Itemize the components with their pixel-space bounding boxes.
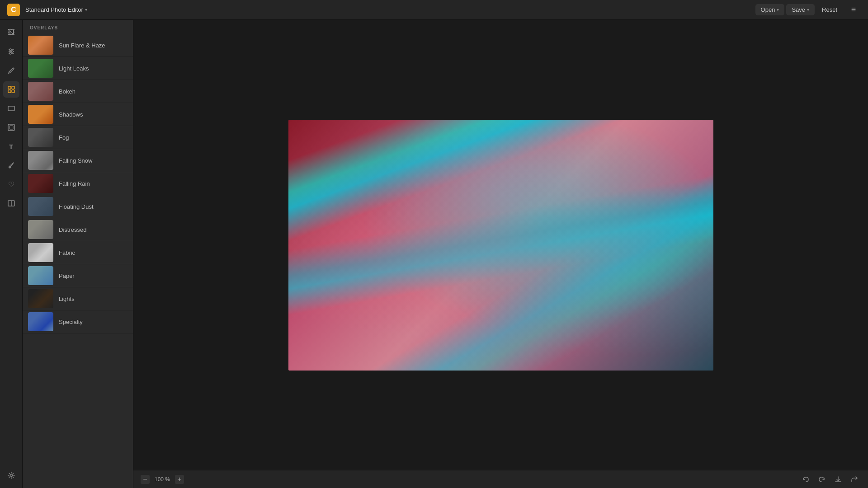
overlay-thumb-sun-flare-haze	[28, 36, 53, 55]
overlay-thumb-light-leaks	[28, 59, 53, 78]
overlay-item-distressed[interactable]: Distressed	[23, 218, 133, 241]
sidebar-item-overlays[interactable]	[3, 81, 19, 98]
zoom-level: 100 %	[153, 476, 171, 483]
sidebar-item-frames[interactable]	[3, 100, 19, 117]
overlay-thumb-lights	[28, 289, 53, 308]
bottom-icons	[799, 473, 861, 486]
svg-rect-9	[12, 90, 14, 93]
zoom-control: − 100 % +	[141, 475, 184, 484]
app-title-chevron[interactable]: ▾	[85, 7, 87, 12]
app-title-text: Standard Photo Editor	[25, 6, 83, 13]
overlay-label-fog: Fog	[59, 134, 69, 141]
overlay-thumb-bokeh	[28, 82, 53, 101]
icon-sidebar: 🖼	[0, 20, 23, 488]
overlay-thumb-falling-snow	[28, 151, 53, 170]
main-content: 🖼	[0, 20, 868, 488]
overlay-item-falling-snow[interactable]: Falling Snow	[23, 149, 133, 172]
app-logo: C	[7, 4, 20, 16]
svg-point-16	[10, 474, 12, 477]
overlay-label-sun-flare-haze: Sun Flare & Haze	[59, 42, 105, 49]
sidebar-item-photos[interactable]: 🖼	[3, 24, 19, 41]
zoom-out-button[interactable]: −	[141, 475, 150, 484]
sidebar-item-adjustments[interactable]	[3, 43, 19, 60]
overlay-item-specialty[interactable]: Specialty	[23, 310, 133, 333]
overlay-item-lights[interactable]: Lights	[23, 287, 133, 310]
overlay-thumb-paper	[28, 266, 53, 285]
sidebar-item-compare[interactable]	[3, 195, 19, 211]
reset-button[interactable]: Reset	[816, 4, 843, 15]
overlay-label-fabric: Fabric	[59, 249, 75, 256]
sidebar-item-text[interactable]: T	[3, 138, 19, 155]
overlay-label-distressed: Distressed	[59, 226, 86, 233]
overlay-list: Sun Flare & HazeLight LeaksBokehShadowsF…	[23, 34, 133, 333]
panel-header: OVERLAYS	[23, 20, 133, 34]
photo-preview[interactable]	[288, 120, 713, 371]
save-chevron: ▾	[807, 7, 809, 12]
open-label: Open	[761, 6, 775, 13]
overlay-label-specialty: Specialty	[59, 319, 83, 325]
canvas-image	[288, 120, 713, 371]
overlay-item-fog[interactable]: Fog	[23, 126, 133, 149]
overlay-label-shadows: Shadows	[59, 111, 83, 118]
overlay-item-paper[interactable]: Paper	[23, 264, 133, 287]
overlay-thumb-floating-dust	[28, 197, 53, 216]
overlay-label-light-leaks: Light Leaks	[59, 65, 89, 72]
overlay-item-sun-flare-haze[interactable]: Sun Flare & Haze	[23, 34, 133, 57]
svg-rect-12	[9, 126, 13, 129]
overlay-label-paper: Paper	[59, 272, 75, 279]
sidebar-item-settings[interactable]	[3, 467, 19, 483]
overlay-thumb-distressed	[28, 220, 53, 239]
overlay-item-bokeh[interactable]: Bokeh	[23, 80, 133, 103]
menu-icon[interactable]: ≡	[846, 3, 861, 17]
overlay-label-falling-snow: Falling Snow	[59, 157, 92, 164]
svg-rect-11	[8, 124, 14, 131]
sidebar-item-mask[interactable]	[3, 119, 19, 136]
svg-rect-8	[8, 90, 11, 93]
overlay-item-fabric[interactable]: Fabric	[23, 241, 133, 264]
svg-point-5	[9, 52, 11, 54]
canvas-container	[133, 20, 868, 470]
canvas-area: − 100 % +	[133, 20, 868, 488]
svg-rect-7	[12, 86, 14, 89]
overlay-item-falling-rain[interactable]: Falling Rain	[23, 172, 133, 195]
open-chevron: ▾	[777, 7, 779, 12]
redo-button[interactable]	[816, 473, 828, 486]
overlay-label-bokeh: Bokeh	[59, 88, 75, 95]
sidebar-item-edit[interactable]	[3, 62, 19, 79]
download-button[interactable]	[832, 473, 844, 486]
zoom-in-button[interactable]: +	[175, 475, 184, 484]
overlay-thumb-fabric	[28, 243, 53, 262]
toolbar-actions: Open ▾ Save ▾ Reset	[755, 4, 843, 15]
topbar: C Standard Photo Editor ▾ Open ▾ Save ▾ …	[0, 0, 868, 20]
overlay-thumb-falling-rain	[28, 174, 53, 193]
save-label: Save	[792, 6, 805, 13]
save-button[interactable]: Save ▾	[786, 4, 815, 15]
open-button[interactable]: Open ▾	[755, 4, 785, 15]
svg-point-4	[11, 51, 13, 52]
svg-rect-10	[8, 106, 14, 111]
app-title: Standard Photo Editor ▾	[25, 6, 87, 13]
overlay-label-floating-dust: Floating Dust	[59, 203, 94, 210]
overlay-label-falling-rain: Falling Rain	[59, 180, 90, 187]
overlay-thumb-shadows	[28, 105, 53, 124]
overlays-panel: OVERLAYS Sun Flare & HazeLight LeaksBoke…	[23, 20, 133, 488]
overlay-thumb-specialty	[28, 312, 53, 331]
svg-rect-6	[8, 86, 11, 89]
overlay-item-shadows[interactable]: Shadows	[23, 103, 133, 126]
sidebar-item-brush[interactable]	[3, 157, 19, 174]
undo-button[interactable]	[799, 473, 812, 486]
overlay-thumb-fog	[28, 128, 53, 147]
share-button[interactable]	[848, 473, 861, 486]
bottom-bar: − 100 % +	[133, 470, 868, 488]
overlay-label-lights: Lights	[59, 296, 75, 302]
svg-point-3	[9, 49, 11, 51]
overlay-item-floating-dust[interactable]: Floating Dust	[23, 195, 133, 218]
sidebar-item-favorites[interactable]: ♡	[3, 176, 19, 192]
overlay-item-light-leaks[interactable]: Light Leaks	[23, 57, 133, 80]
